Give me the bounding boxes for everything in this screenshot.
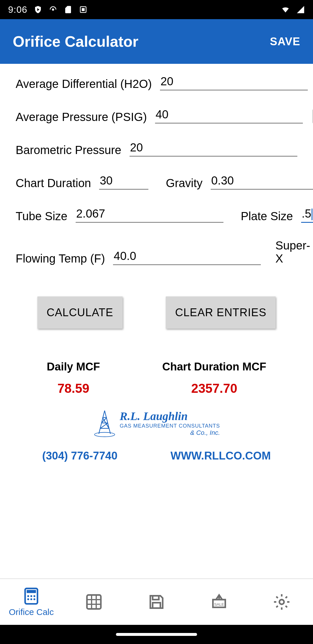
company-suffix: & Co., Inc. bbox=[120, 429, 220, 437]
save-button[interactable]: SAVE bbox=[270, 35, 300, 48]
daily-mcf-value: 78.59 bbox=[47, 381, 100, 396]
tab-table-calc[interactable] bbox=[63, 579, 125, 625]
tube-size-label: Tube Size bbox=[16, 210, 68, 223]
chart-duration-label: Chart Duration bbox=[16, 177, 91, 190]
barometric-input[interactable] bbox=[130, 140, 297, 157]
website-link[interactable]: WWW.RLLCO.COM bbox=[170, 450, 271, 462]
company-name: R.L. Laughlin bbox=[120, 409, 220, 423]
svg-point-8 bbox=[33, 595, 35, 597]
tab-orifice-calc-label: Orifice Calc bbox=[9, 607, 54, 617]
calculate-button[interactable]: CALCULATE bbox=[37, 296, 123, 329]
avg-differential-input[interactable] bbox=[160, 74, 308, 91]
svg-point-10 bbox=[30, 598, 32, 600]
svg-point-3 bbox=[94, 433, 115, 437]
barometric-label: Barometric Pressure bbox=[16, 144, 121, 157]
super-x-label: Super-X bbox=[275, 239, 313, 265]
phone-link[interactable]: (304) 776-7740 bbox=[42, 450, 118, 462]
company-tagline: GAS MEASUREMENT CONSULTANTS bbox=[120, 423, 220, 429]
bottom-tab-bar: Orifice Calc SALE bbox=[0, 578, 313, 625]
avg-pressure-input[interactable] bbox=[155, 107, 303, 124]
flowing-temp-input[interactable] bbox=[113, 248, 261, 265]
calculator-icon bbox=[22, 587, 41, 605]
svg-rect-12 bbox=[87, 595, 101, 609]
wifi-icon bbox=[281, 5, 290, 14]
play-shield-icon bbox=[34, 5, 42, 14]
sale-sign-icon: SALE bbox=[210, 593, 228, 611]
company-logo: R.L. Laughlin GAS MEASUREMENT CONSULTANT… bbox=[16, 408, 297, 439]
tab-sale[interactable]: SALE bbox=[188, 579, 250, 625]
gravity-input[interactable] bbox=[211, 173, 313, 190]
svg-point-0 bbox=[52, 8, 54, 11]
status-time: 9:06 bbox=[8, 4, 27, 15]
text-cursor-icon bbox=[312, 209, 312, 220]
svg-rect-2 bbox=[82, 8, 85, 11]
svg-point-6 bbox=[27, 595, 29, 597]
chart-duration-mcf-label: Chart Duration MCF bbox=[162, 361, 266, 373]
gravity-label: Gravity bbox=[166, 177, 203, 190]
flowing-temp-label: Flowing Temp (F) bbox=[16, 252, 105, 265]
svg-point-11 bbox=[33, 598, 35, 600]
avg-pressure-label: Average Pressure (PSIG) bbox=[16, 111, 147, 124]
svg-rect-14 bbox=[153, 603, 161, 608]
android-nav-bar bbox=[0, 625, 313, 644]
svg-point-9 bbox=[27, 598, 29, 600]
hotspot-icon bbox=[49, 5, 57, 14]
avg-differential-label: Average Differential (H2O) bbox=[16, 77, 152, 91]
screenshot-icon bbox=[79, 5, 88, 14]
gear-icon bbox=[272, 593, 291, 611]
app-bar: Orifice Calculator SAVE bbox=[0, 19, 313, 64]
android-status-bar: 9:06 bbox=[0, 0, 313, 19]
plate-size-input[interactable]: .5 bbox=[301, 206, 313, 223]
svg-point-16 bbox=[279, 600, 284, 604]
chart-duration-input[interactable] bbox=[99, 173, 148, 190]
table-calc-icon bbox=[85, 593, 103, 611]
svg-rect-13 bbox=[153, 596, 159, 600]
derrick-icon bbox=[93, 408, 116, 437]
svg-rect-5 bbox=[27, 590, 36, 593]
chart-duration-mcf-value: 2357.70 bbox=[162, 381, 266, 396]
clear-entries-button[interactable]: CLEAR ENTRIES bbox=[166, 296, 276, 329]
plate-size-label: Plate Size bbox=[241, 210, 293, 223]
home-pill[interactable] bbox=[116, 633, 197, 636]
svg-text:SALE: SALE bbox=[214, 602, 224, 607]
svg-point-7 bbox=[30, 595, 32, 597]
tab-orifice-calc[interactable]: Orifice Calc bbox=[0, 579, 63, 625]
signal-icon bbox=[296, 5, 305, 14]
daily-mcf-label: Daily MCF bbox=[47, 361, 100, 373]
page-title: Orifice Calculator bbox=[13, 33, 138, 50]
tab-save[interactable] bbox=[125, 579, 188, 625]
tab-settings[interactable] bbox=[250, 579, 313, 625]
form-content: Average Differential (H2O) Average Press… bbox=[0, 64, 313, 578]
floppy-icon bbox=[147, 593, 166, 611]
tube-size-input[interactable] bbox=[76, 206, 223, 223]
sd-card-icon bbox=[64, 5, 72, 14]
